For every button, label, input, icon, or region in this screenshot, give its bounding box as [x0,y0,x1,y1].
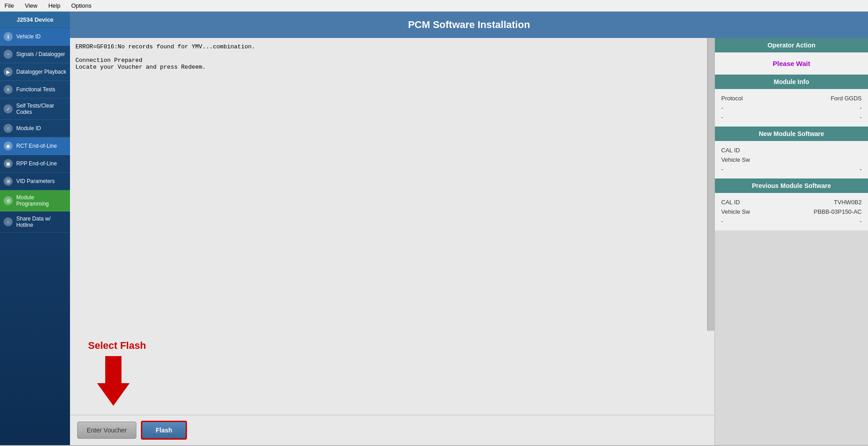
sidebar-item-module-programming[interactable]: ⊛ Module Programming [0,190,70,211]
sidebar-label-datalogger: Datalogger Playback [16,69,66,75]
prev-module-row-0: CAL ID TVHW0B2 [721,197,862,207]
arrow-container [97,356,130,406]
module-info-label-1: - [721,104,723,111]
sidebar-label-share-data: Share Data w/ Hotline [16,216,66,228]
app-container: J2534 Device ℹ Vehicle ID ~ Signals / Da… [0,12,868,445]
module-info-label-2: - [721,114,723,121]
select-flash-container: Select Flash [70,331,714,415]
sidebar-item-rpp[interactable]: ▣ RPP End-of-Line [0,155,70,173]
module-icon: ○ [4,124,13,133]
vid-icon: ⊞ [4,177,13,186]
prev-module-row-2: - - [721,216,862,226]
sidebar-label-rct: RCT End-of-Line [16,143,57,149]
signals-icon: ~ [4,50,13,59]
programming-icon: ⊛ [4,196,13,205]
sidebar-title: J2534 Device [0,12,70,28]
new-module-row-2: - - [721,164,862,174]
new-module-row-0: CAL ID [721,146,862,155]
main-header: PCM Software Installation [70,12,868,38]
sidebar-label-self-tests: Self Tests/Clear Codes [16,103,66,115]
new-module-label-2: - [721,166,723,173]
new-module-row-1: Vehicle Sw [721,155,862,164]
sidebar-item-self-tests[interactable]: ✓ Self Tests/Clear Codes [0,99,70,120]
module-info-label-0: Protocol [721,95,743,102]
new-module-software-header: New Module Software [715,127,868,141]
info-icon: ℹ [4,32,13,41]
prev-module-label-2: - [721,218,723,225]
prev-module-value-1: PBBB-03P150-AC [814,208,862,215]
prev-module-value-2: - [860,218,862,225]
new-module-software-body: CAL ID Vehicle Sw - - [715,141,868,178]
module-info-value-1: - [860,104,862,111]
sidebar-label-functional-tests: Functional Tests [16,86,56,93]
previous-module-software-header: Previous Module Software [715,178,868,193]
previous-module-software-body: CAL ID TVHW0B2 Vehicle Sw PBBB-03P150-AC… [715,193,868,230]
prev-module-label-1: Vehicle Sw [721,208,750,215]
sidebar-label-rpp: RPP End-of-Line [16,160,57,167]
sidebar-label-module-programming: Module Programming [16,194,66,207]
list-icon: ≡ [4,85,13,94]
sidebar-item-rct[interactable]: ◉ RCT End-of-Line [0,137,70,155]
new-module-label-1: Vehicle Sw [721,156,750,163]
prev-module-label-0: CAL ID [721,199,740,206]
new-module-value-2: - [860,166,862,173]
sidebar-item-datalogger-playback[interactable]: ▶ Datalogger Playback [0,63,70,81]
arrow-shaft [105,356,121,383]
flash-button[interactable]: Flash [141,421,187,440]
select-flash-label: Select Flash [88,340,146,352]
log-row: ERROR=GF016:No records found for YMV...c… [70,38,714,331]
play-icon: ▶ [4,67,13,76]
share-icon: ○ [4,217,13,226]
new-module-software-section: New Module Software CAL ID Vehicle Sw - [715,127,868,178]
main-content: PCM Software Installation ERROR=GF016:No… [70,12,868,445]
sidebar-item-vid-parameters[interactable]: ⊞ VID Parameters [0,173,70,190]
please-wait-status: Please Wait [715,52,868,75]
menu-view[interactable]: View [23,1,39,10]
log-area: ERROR=GF016:No records found for YMV...c… [70,38,714,445]
module-info-value-2: - [860,114,862,121]
module-info-header: Module Info [715,75,868,89]
sidebar-item-vehicle-id[interactable]: ℹ Vehicle ID [0,28,70,46]
operator-action-header: Operator Action [715,38,868,52]
sidebar-item-module-id[interactable]: ○ Module ID [0,120,70,137]
menu-options[interactable]: Options [70,1,93,10]
arrow-head [97,383,130,406]
sidebar-item-share-data[interactable]: ○ Share Data w/ Hotline [0,211,70,233]
sidebar-label-signals: Signals / Datalogger [16,51,65,57]
rct-icon: ◉ [4,141,13,150]
previous-module-software-section: Previous Module Software CAL ID TVHW0B2 … [715,178,868,230]
prev-module-value-0: TVHW0B2 [834,199,862,206]
content-area: ERROR=GF016:No records found for YMV...c… [70,38,868,445]
prev-module-row-1: Vehicle Sw PBBB-03P150-AC [721,207,862,216]
sidebar-label-module-id: Module ID [16,125,41,131]
right-panel: Operator Action Please Wait Module Info … [714,38,868,445]
operator-action-section: Operator Action Please Wait [715,38,868,75]
sidebar-item-signals-datalogger[interactable]: ~ Signals / Datalogger [0,46,70,63]
module-info-section: Module Info Protocol Ford GGDS - - - - [715,75,868,127]
scrollbar[interactable] [707,38,714,331]
enter-voucher-button[interactable]: Enter Voucher [77,422,136,439]
module-info-row-1: - - [721,103,862,113]
check-icon: ✓ [4,104,13,113]
module-info-body: Protocol Ford GGDS - - - - [715,89,868,127]
sidebar-label-vehicle-id: Vehicle ID [16,33,41,40]
module-info-row-2: - - [721,113,862,122]
sidebar-item-functional-tests[interactable]: ≡ Functional Tests [0,81,70,99]
menu-bar: File View Help Options [0,0,868,12]
new-module-label-0: CAL ID [721,147,740,154]
sidebar: J2534 Device ℹ Vehicle ID ~ Signals / Da… [0,12,70,445]
rpp-icon: ▣ [4,159,13,168]
log-text: ERROR=GF016:No records found for YMV...c… [70,38,707,331]
sidebar-label-vid: VID Parameters [16,178,55,184]
menu-file[interactable]: File [3,1,16,10]
menu-help[interactable]: Help [47,1,62,10]
buttons-area: Enter Voucher Flash [70,415,714,445]
module-info-row-0: Protocol Ford GGDS [721,94,862,103]
module-info-value-0: Ford GGDS [831,95,862,102]
